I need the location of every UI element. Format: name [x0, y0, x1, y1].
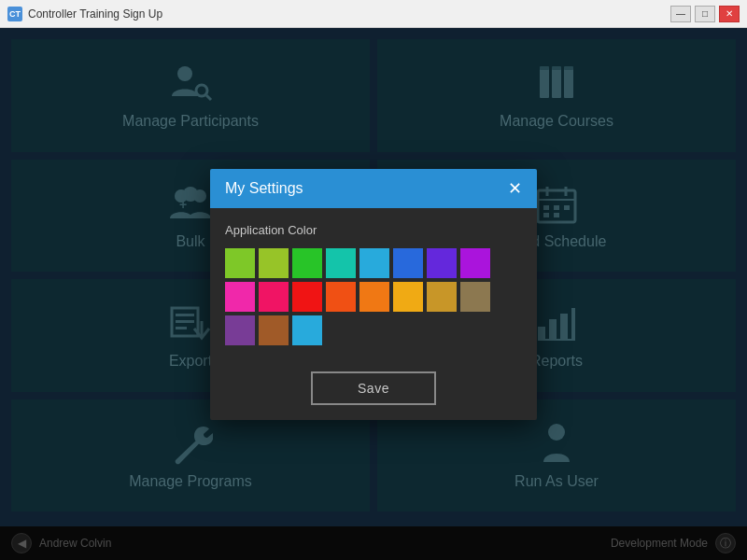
color-swatch[interactable]	[460, 282, 490, 312]
save-button[interactable]: Save	[311, 371, 436, 405]
title-bar: CT Controller Training Sign Up — □ ✕	[0, 0, 747, 28]
settings-modal: My Settings ✕ Application Color Save	[210, 169, 537, 420]
color-swatch[interactable]	[359, 282, 389, 312]
color-grid-row2	[225, 282, 522, 312]
color-swatch[interactable]	[225, 248, 255, 278]
modal-header: My Settings ✕	[210, 169, 537, 208]
maximize-button[interactable]: □	[695, 6, 715, 22]
window-title: Controller Training Sign Up	[28, 7, 670, 21]
color-swatch[interactable]	[326, 248, 356, 278]
color-swatch[interactable]	[292, 315, 322, 345]
main-content: Manage Participants Manage Courses	[0, 28, 747, 560]
app-icon: CT	[7, 7, 22, 21]
color-swatch[interactable]	[427, 282, 457, 312]
color-swatch[interactable]	[326, 282, 356, 312]
color-grid-row3	[225, 315, 522, 345]
window-controls: — □ ✕	[670, 6, 740, 22]
color-swatch[interactable]	[292, 248, 322, 278]
color-swatch[interactable]	[393, 248, 423, 278]
modal-footer: Save	[210, 364, 537, 420]
color-swatch[interactable]	[460, 248, 490, 278]
color-swatch[interactable]	[427, 248, 457, 278]
color-swatch[interactable]	[259, 315, 289, 345]
section-label: Application Color	[225, 223, 522, 237]
close-button[interactable]: ✕	[719, 6, 740, 22]
modal-body: Application Color	[210, 208, 537, 364]
modal-overlay: My Settings ✕ Application Color Save	[0, 28, 747, 560]
color-swatch[interactable]	[393, 282, 423, 312]
color-swatch[interactable]	[225, 315, 255, 345]
color-swatch[interactable]	[292, 282, 322, 312]
color-grid	[225, 248, 522, 278]
color-swatch[interactable]	[259, 248, 289, 278]
minimize-button[interactable]: —	[670, 6, 691, 22]
color-swatch[interactable]	[259, 282, 289, 312]
color-swatch[interactable]	[225, 282, 255, 312]
modal-close-button[interactable]: ✕	[508, 180, 522, 197]
color-swatch[interactable]	[359, 248, 389, 278]
modal-title: My Settings	[225, 180, 303, 197]
